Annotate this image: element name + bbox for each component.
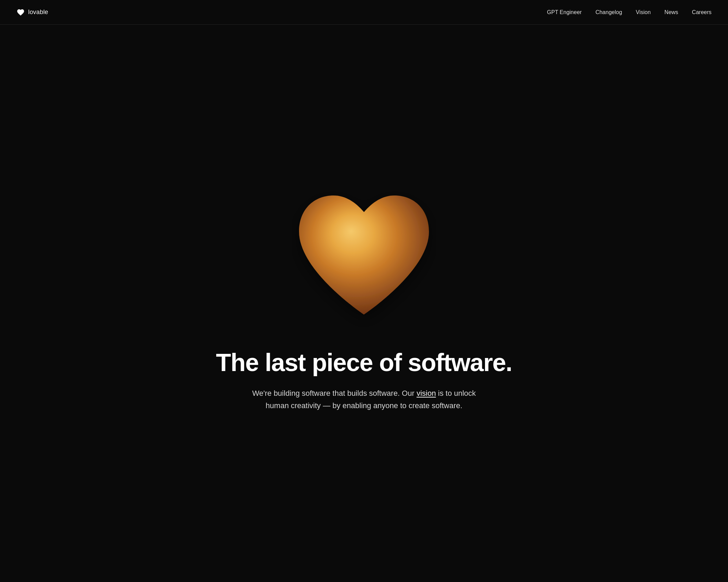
logo-link[interactable]: lovable (16, 8, 48, 16)
nav-item-careers[interactable]: Careers (692, 9, 712, 15)
hero-subheadline: We're building software that builds soft… (247, 387, 481, 411)
nav-link-news[interactable]: News (664, 9, 678, 15)
nav-link-vision[interactable]: Vision (636, 9, 651, 15)
hero-heart-container (292, 188, 436, 333)
nav-item-changelog[interactable]: Changelog (595, 9, 622, 15)
nav-item-vision[interactable]: Vision (636, 9, 651, 15)
hero-headline: The last piece of software. (216, 349, 512, 376)
subheadline-part1: We're building software that builds soft… (252, 389, 417, 398)
nav-item-news[interactable]: News (664, 9, 678, 15)
hero-section: The last piece of software. We're buildi… (0, 25, 728, 582)
hero-heart-icon (292, 188, 436, 333)
nav-links: GPT Engineer Changelog Vision News Caree… (547, 9, 712, 15)
navbar: lovable GPT Engineer Changelog Vision Ne… (0, 0, 728, 25)
nav-item-gpt-engineer[interactable]: GPT Engineer (547, 9, 582, 15)
logo-heart-icon (16, 8, 25, 16)
nav-link-careers[interactable]: Careers (692, 9, 712, 15)
nav-link-gpt-engineer[interactable]: GPT Engineer (547, 9, 582, 15)
logo-text: lovable (28, 9, 48, 16)
vision-link[interactable]: vision (417, 389, 436, 398)
nav-link-changelog[interactable]: Changelog (595, 9, 622, 15)
